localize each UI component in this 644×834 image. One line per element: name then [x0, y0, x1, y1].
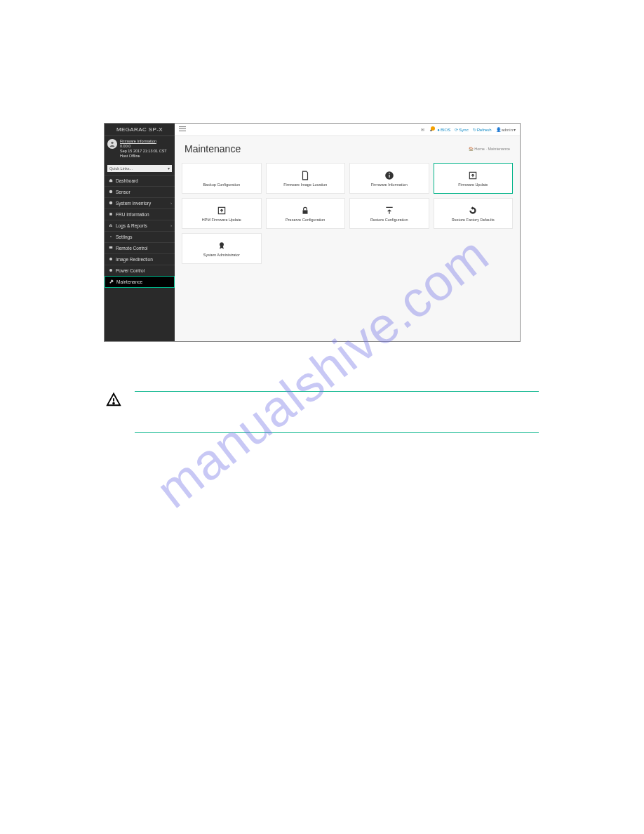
- user-block: Firmware Information 0.00.0 Sep 15 2017 …: [105, 136, 175, 164]
- tile-label: Restore Configuration: [370, 218, 408, 222]
- power-icon: [109, 268, 113, 272]
- tile-firmware-update[interactable]: Firmware Update: [434, 163, 514, 194]
- chip-icon: [109, 212, 113, 216]
- sidebar-item-system-inventory[interactable]: System Inventory ›: [105, 197, 175, 208]
- alert-icon[interactable]: ▲: [429, 128, 433, 132]
- tile-label: Firmware Information: [371, 183, 408, 187]
- user-menu[interactable]: 👤 admin ▾: [496, 127, 516, 132]
- svg-rect-10: [179, 131, 186, 131]
- caution-rules: [135, 391, 539, 433]
- svg-point-6: [109, 258, 112, 260]
- tile-hpm-update[interactable]: HPM Firmware Update: [182, 198, 262, 229]
- chevron-right-icon: ›: [170, 201, 172, 205]
- svg-point-19: [113, 403, 114, 404]
- tile-restore-config[interactable]: Restore Configuration: [349, 198, 429, 229]
- chevron-right-icon: ›: [170, 223, 172, 227]
- disc-icon: [109, 257, 113, 261]
- sidebar-item-fru[interactable]: FRU Information: [105, 208, 175, 220]
- tile-sysadmin[interactable]: System Administrator: [182, 233, 262, 264]
- monitor-icon: [109, 246, 113, 250]
- download-icon: [217, 171, 227, 180]
- refresh-label: Refresh: [477, 128, 492, 132]
- badge-icon: [217, 241, 227, 251]
- svg-rect-16: [303, 210, 308, 213]
- gear-icon: [109, 234, 113, 239]
- sidebar-item-label: Logs & Reports: [116, 223, 147, 228]
- sidebar-item-dashboard[interactable]: Dashboard: [105, 175, 175, 186]
- tile-label: Firmware Update: [458, 183, 488, 187]
- warning-icon: [105, 391, 122, 408]
- chart-icon: [109, 223, 113, 227]
- bios-link[interactable]: ● BIOS: [437, 128, 450, 132]
- svg-rect-9: [179, 128, 186, 129]
- tile-preserve-config[interactable]: Preserve Configuration: [266, 198, 346, 229]
- main-area: ✉ ▲ ● BIOS ⟳ Sync ↻ Refresh 👤 admin ▾ Ma…: [175, 124, 520, 341]
- breadcrumb-page: Maintenance: [488, 147, 511, 151]
- avatar: [107, 139, 117, 149]
- wrench-icon: [109, 279, 114, 284]
- sidebar-item-logs[interactable]: Logs & Reports ›: [105, 220, 175, 231]
- topbar: ✉ ▲ ● BIOS ⟳ Sync ↻ Refresh 👤 admin ▾: [175, 124, 520, 136]
- quick-links-placeholder: Quick Links...: [109, 166, 133, 171]
- sidebar-item-remote[interactable]: Remote Control: [105, 242, 175, 253]
- sidebar-item-label: System Inventory: [116, 201, 151, 206]
- firmware-timestamp: Sep 15 2017 21:13:01 CST: [120, 149, 167, 154]
- gauge-icon: [109, 190, 113, 194]
- sidebar-item-label: Remote Control: [116, 246, 148, 251]
- caution-block: [105, 391, 539, 433]
- breadcrumb: 🏠 Home · Maintenance: [469, 147, 510, 151]
- mail-icon[interactable]: ✉: [421, 127, 424, 132]
- rule-bottom: [135, 432, 539, 433]
- sidebar-item-label: Maintenance: [116, 279, 142, 284]
- sidebar-item-label: Sensor: [116, 190, 130, 194]
- tile-factory-defaults[interactable]: Restore Factory Defaults: [434, 198, 514, 229]
- up-box-icon: [217, 206, 227, 216]
- hamburger-icon: [179, 126, 186, 132]
- menu-toggle[interactable]: [179, 126, 186, 133]
- sidebar-item-label: Image Redirection: [116, 257, 153, 262]
- info-icon: [384, 171, 394, 180]
- page-title: Maintenance: [185, 143, 241, 154]
- tile-label: HPM Firmware Update: [202, 218, 241, 222]
- svg-point-17: [220, 242, 224, 246]
- tile-firmware-info[interactable]: Firmware Information: [349, 163, 429, 194]
- user-info: Firmware Information 0.00.0 Sep 15 2017 …: [120, 139, 167, 159]
- chevron-down-icon: ▾: [168, 166, 170, 171]
- quick-links-select[interactable]: Quick Links... ▾: [107, 165, 172, 172]
- svg-rect-5: [109, 246, 113, 249]
- file-icon: [300, 171, 310, 180]
- svg-rect-3: [109, 213, 112, 216]
- sidebar-item-power[interactable]: Power Control: [105, 265, 175, 276]
- breadcrumb-home[interactable]: Home: [474, 147, 485, 151]
- sync-link[interactable]: ⟳ Sync: [455, 127, 468, 132]
- sidebar-nav: Dashboard Sensor System Inventory › FRU …: [105, 175, 175, 288]
- tile-label: Backup Configuration: [203, 183, 240, 187]
- brand: MEGARAC SP-X: [105, 124, 175, 136]
- tile-backup-config[interactable]: Backup Configuration: [182, 163, 262, 194]
- tile-label: Preserve Configuration: [286, 218, 325, 222]
- sidebar-item-settings[interactable]: Settings: [105, 231, 175, 242]
- tile-label: Restore Factory Defaults: [452, 218, 495, 222]
- firmware-version: 0.00.0: [120, 144, 167, 149]
- bmc-screenshot: MEGARAC SP-X Firmware Information 0.00.0…: [104, 123, 521, 342]
- sidebar: MEGARAC SP-X Firmware Information 0.00.0…: [105, 124, 175, 341]
- bios-label: BIOS: [441, 128, 450, 132]
- tile-grid: Backup Configuration Firmware Image Loca…: [175, 159, 520, 268]
- host-status: Host Offline: [120, 154, 167, 159]
- up-box-icon: [468, 171, 478, 180]
- svg-point-1: [109, 190, 113, 194]
- sync-label: Sync: [459, 128, 468, 132]
- rule-top: [135, 391, 539, 392]
- svg-point-2: [109, 201, 113, 205]
- tile-firmware-location[interactable]: Firmware Image Location: [266, 163, 346, 194]
- sidebar-item-label: FRU Information: [116, 212, 149, 217]
- sidebar-item-image-redir[interactable]: Image Redirection: [105, 253, 175, 265]
- upload-icon: [384, 206, 394, 216]
- sidebar-item-sensor[interactable]: Sensor: [105, 186, 175, 197]
- firmware-link[interactable]: Firmware Information: [120, 139, 167, 144]
- svg-point-13: [389, 173, 390, 174]
- sidebar-item-maintenance[interactable]: Maintenance: [105, 276, 175, 288]
- user-label: admin: [502, 128, 513, 132]
- svg-rect-8: [179, 126, 186, 127]
- refresh-link[interactable]: ↻ Refresh: [473, 127, 492, 132]
